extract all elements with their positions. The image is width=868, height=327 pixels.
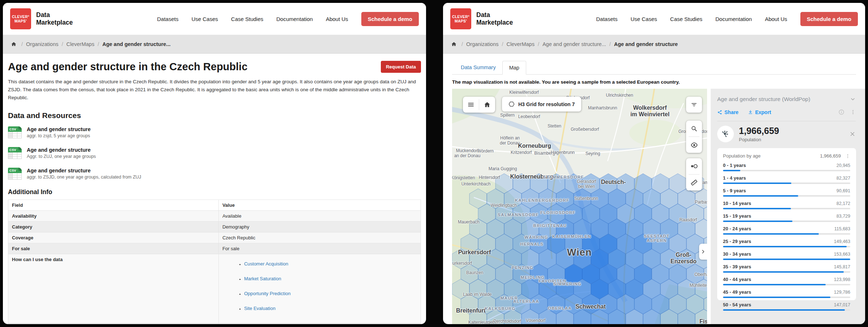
- age-bar-fill: [723, 170, 740, 171]
- age-group-value: 123,998: [834, 277, 850, 282]
- breadcrumb-separator: /: [538, 41, 539, 47]
- kebab-menu-icon[interactable]: [850, 109, 856, 115]
- file-fold: [18, 147, 22, 150]
- home-icon[interactable]: [11, 41, 17, 47]
- nav-item-datasets[interactable]: Datasets: [157, 16, 178, 22]
- link-opportunity-prediction[interactable]: Opportunity Prediction: [244, 291, 291, 296]
- resource-item[interactable]: CSVAge and gender structureaggr. to ZSJD…: [8, 168, 421, 180]
- resources-heading: Data and Resources: [8, 111, 421, 120]
- link-customer-acquisition[interactable]: Customer Acquisition: [244, 261, 288, 267]
- link-market-saturation[interactable]: Market Saturation: [244, 276, 281, 281]
- map-label-baunzen: Baunzen: [466, 270, 483, 275]
- value-cell: Customer AcquisitionMarket SaturationOpp…: [218, 254, 421, 323]
- kebab-menu-icon[interactable]: [845, 154, 850, 159]
- brand-title: Data Marketplace: [476, 11, 513, 26]
- breadcrumb: /Organizations/CleverMaps/Age and gender…: [3, 35, 426, 54]
- age-group-value: 153,663: [834, 252, 850, 257]
- resource-title[interactable]: Age and gender structure: [27, 126, 90, 132]
- dataset-page: Age and gender structure in the Czech Re…: [3, 61, 426, 324]
- map-label-am: am: [703, 180, 707, 185]
- age-group-row[interactable]: 40 - 44 years123,998: [723, 277, 850, 285]
- export-button[interactable]: Export: [748, 109, 771, 115]
- schedule-demo-button[interactable]: Schedule a demo: [361, 12, 419, 26]
- resources-list: CSVAge and gender structureaggr. to zsjd…: [8, 126, 421, 180]
- breadcrumb-item-organizations[interactable]: Organizations: [26, 41, 58, 47]
- map-label-raasdorf: Raasdorf: [680, 217, 697, 222]
- map-label-bisamberg: Bisamberg: [534, 151, 555, 156]
- resource-item[interactable]: CSVAge and gender structureaggr. to zsjd…: [8, 126, 421, 138]
- expand-panel-button[interactable]: [699, 244, 707, 260]
- search-button[interactable]: [686, 121, 702, 137]
- sidebar-dataset-header[interactable]: Age and gender structure (WorldPop): [711, 89, 865, 102]
- clevermaps-logo[interactable]: CLEVER° MAPS': [450, 8, 471, 29]
- filter-button[interactable]: [686, 97, 702, 113]
- ruler-button[interactable]: [686, 175, 702, 190]
- map-label-mauerbach: Mauerbach: [458, 219, 480, 225]
- age-group-row[interactable]: 30 - 34 years153,663: [723, 251, 850, 260]
- link-site-evaluation[interactable]: Site Evaluation: [244, 306, 276, 311]
- map-label-salmannsdorf: SALMANNSDORF: [498, 213, 539, 217]
- age-group-row[interactable]: 20 - 24 years115,683: [723, 226, 850, 235]
- map-label-simmering: SIMMERING: [553, 282, 582, 286]
- info-icon[interactable]: [838, 109, 844, 115]
- age-group-row[interactable]: 50 - 54 years147,017: [723, 302, 850, 311]
- home-icon[interactable]: [451, 41, 457, 47]
- menu-button[interactable]: [463, 97, 479, 113]
- nav-item-case-studies[interactable]: Case Studies: [670, 16, 702, 22]
- nav-item-case-studies[interactable]: Case Studies: [231, 16, 263, 22]
- home-view-button[interactable]: [479, 97, 495, 113]
- nav-item-about-us[interactable]: About Us: [326, 16, 348, 22]
- compare-button[interactable]: [686, 158, 702, 174]
- age-bar-track: [723, 183, 850, 184]
- table-row: AvailabilityAvailable: [8, 210, 421, 221]
- age-bar-track: [723, 309, 850, 311]
- age-group-row[interactable]: 10 - 14 years82,172: [723, 201, 850, 209]
- age-bar-track: [723, 297, 850, 298]
- stage: CLEVER° MAPS' Data Marketplace DatasetsU…: [0, 0, 868, 327]
- age-group-row[interactable]: 15 - 19 years83,729: [723, 213, 850, 222]
- h3-grid-pill[interactable]: H3 Grid for resolution 7: [502, 97, 581, 112]
- age-group-row[interactable]: 1 - 4 years82,327: [723, 175, 850, 184]
- breadcrumb-item-age-and-gender-structure[interactable]: Age and gender structure...: [542, 41, 606, 47]
- age-group-row[interactable]: 35 - 39 years145,817: [723, 264, 850, 273]
- age-group-row[interactable]: 45 - 49 years129,786: [723, 289, 850, 298]
- nav-item-documentation[interactable]: Documentation: [715, 16, 752, 22]
- age-group-label: 10 - 14 years: [723, 201, 751, 206]
- share-button[interactable]: Share: [717, 109, 739, 115]
- age-bar-track: [723, 259, 850, 260]
- hamburger-menu-icon: [467, 101, 475, 108]
- breadcrumb-item-organizations[interactable]: Organizations: [466, 41, 498, 47]
- field-cell: Availability: [8, 210, 219, 221]
- clevermaps-logo[interactable]: CLEVER° MAPS': [10, 8, 31, 29]
- age-group-value: 82,172: [837, 201, 850, 206]
- nav-item-datasets[interactable]: Datasets: [596, 16, 617, 22]
- breadcrumb-item-clevermaps[interactable]: CleverMaps: [507, 41, 535, 47]
- filter-icon: [690, 101, 698, 108]
- age-bar-track: [723, 284, 850, 285]
- age-group-row[interactable]: 25 - 29 years149,463: [723, 239, 850, 247]
- nav-item-use-cases[interactable]: Use Cases: [630, 16, 657, 22]
- chevron-right-icon: [701, 249, 706, 254]
- breadcrumb-item-clevermaps[interactable]: CleverMaps: [67, 41, 94, 47]
- resource-title[interactable]: Age and gender structure: [27, 147, 96, 153]
- resource-item[interactable]: CSVAge and gender structureAggr. to ZUJ,…: [8, 147, 421, 159]
- request-data-button[interactable]: Request Data: [381, 61, 421, 73]
- tab-data-summary[interactable]: Data Summary: [454, 61, 502, 74]
- age-group-label: 50 - 54 years: [723, 302, 751, 307]
- resource-title[interactable]: Age and gender structure: [27, 168, 141, 173]
- map-label-kaltenleutgeben: Kaltenleutgeben: [468, 320, 500, 324]
- age-group-row[interactable]: 5 - 9 years90,691: [723, 188, 850, 197]
- map-viewport[interactable]: KleinwilfersdorfRückersdorfUlrichskirche…: [452, 89, 707, 324]
- nav-item-about-us[interactable]: About Us: [765, 16, 787, 22]
- visibility-button[interactable]: [686, 137, 702, 153]
- nav-item-documentation[interactable]: Documentation: [276, 16, 313, 22]
- schedule-demo-button[interactable]: Schedule a demo: [800, 12, 858, 26]
- close-icon[interactable]: [849, 131, 856, 137]
- age-group-row[interactable]: 0 - 1 years20,945: [723, 163, 850, 171]
- age-group-value: 115,683: [834, 226, 850, 231]
- nav-item-use-cases[interactable]: Use Cases: [191, 16, 218, 22]
- age-group-label: 25 - 29 years: [723, 239, 751, 244]
- map-labels: KleinwilfersdorfRückersdorfUlrichskirche…: [452, 89, 707, 324]
- chevron-down-icon[interactable]: [850, 96, 856, 102]
- tab-map[interactable]: Map: [502, 61, 526, 75]
